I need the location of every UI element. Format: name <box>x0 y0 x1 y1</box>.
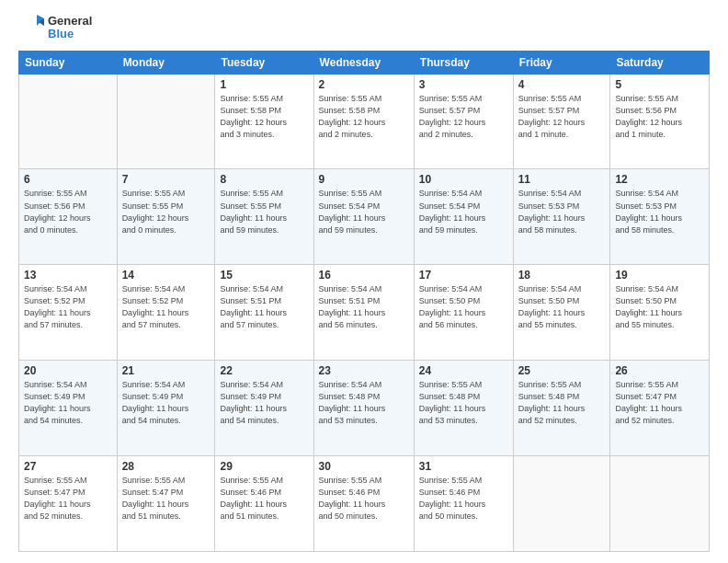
calendar-cell: 8Sunrise: 5:55 AM Sunset: 5:55 PM Daylig… <box>215 169 313 265</box>
day-info: Sunrise: 5:55 AM Sunset: 5:55 PM Dayligh… <box>220 188 308 236</box>
day-number: 11 <box>518 173 606 186</box>
day-info: Sunrise: 5:55 AM Sunset: 5:57 PM Dayligh… <box>419 93 508 141</box>
week-row-5: 27Sunrise: 5:55 AM Sunset: 5:47 PM Dayli… <box>19 456 710 552</box>
day-number: 21 <box>122 364 210 377</box>
calendar-cell: 4Sunrise: 5:55 AM Sunset: 5:57 PM Daylig… <box>513 74 610 169</box>
day-info: Sunrise: 5:55 AM Sunset: 5:46 PM Dayligh… <box>220 475 308 523</box>
day-info: Sunrise: 5:54 AM Sunset: 5:48 PM Dayligh… <box>319 379 409 427</box>
day-info: Sunrise: 5:54 AM Sunset: 5:50 PM Dayligh… <box>518 283 606 331</box>
logo-general: General <box>48 15 92 28</box>
day-number: 3 <box>419 78 508 91</box>
day-info: Sunrise: 5:54 AM Sunset: 5:50 PM Dayligh… <box>419 283 508 331</box>
col-header-sunday: Sunday <box>19 51 118 74</box>
day-info: Sunrise: 5:55 AM Sunset: 5:47 PM Dayligh… <box>615 379 704 427</box>
day-number: 10 <box>419 173 508 186</box>
day-number: 7 <box>122 173 210 186</box>
day-info: Sunrise: 5:55 AM Sunset: 5:48 PM Dayligh… <box>419 379 508 427</box>
day-info: Sunrise: 5:55 AM Sunset: 5:56 PM Dayligh… <box>24 188 112 236</box>
day-number: 30 <box>319 460 409 473</box>
header: General Blue <box>18 15 710 41</box>
day-number: 6 <box>24 173 112 186</box>
calendar-cell: 12Sunrise: 5:54 AM Sunset: 5:53 PM Dayli… <box>610 169 710 265</box>
week-row-1: 1Sunrise: 5:55 AM Sunset: 5:58 PM Daylig… <box>19 74 710 169</box>
day-info: Sunrise: 5:55 AM Sunset: 5:47 PM Dayligh… <box>24 475 112 523</box>
col-header-monday: Monday <box>117 51 215 74</box>
day-number: 29 <box>220 460 308 473</box>
logo-container: General Blue <box>18 15 92 41</box>
day-info: Sunrise: 5:55 AM Sunset: 5:58 PM Dayligh… <box>319 93 409 141</box>
logo-text: General Blue <box>48 15 92 41</box>
day-number: 17 <box>419 269 508 282</box>
day-number: 20 <box>24 364 112 377</box>
day-info: Sunrise: 5:54 AM Sunset: 5:52 PM Dayligh… <box>24 283 112 331</box>
day-number: 18 <box>518 269 606 282</box>
day-number: 5 <box>615 78 704 91</box>
day-number: 4 <box>518 78 606 91</box>
calendar-cell: 1Sunrise: 5:55 AM Sunset: 5:58 PM Daylig… <box>215 74 313 169</box>
calendar-cell: 18Sunrise: 5:54 AM Sunset: 5:50 PM Dayli… <box>513 265 610 361</box>
day-number: 1 <box>220 78 308 91</box>
calendar-table: SundayMondayTuesdayWednesdayThursdayFrid… <box>18 51 710 552</box>
col-header-friday: Friday <box>513 51 610 74</box>
calendar-cell: 24Sunrise: 5:55 AM Sunset: 5:48 PM Dayli… <box>414 361 513 456</box>
calendar-cell: 15Sunrise: 5:54 AM Sunset: 5:51 PM Dayli… <box>215 265 313 361</box>
day-info: Sunrise: 5:54 AM Sunset: 5:53 PM Dayligh… <box>615 188 704 236</box>
calendar-cell: 13Sunrise: 5:54 AM Sunset: 5:52 PM Dayli… <box>19 265 118 361</box>
calendar-cell: 11Sunrise: 5:54 AM Sunset: 5:53 PM Dayli… <box>513 169 610 265</box>
day-number: 19 <box>615 269 704 282</box>
logo-blue: Blue <box>48 28 92 40</box>
day-number: 31 <box>419 460 508 473</box>
col-header-tuesday: Tuesday <box>215 51 313 74</box>
day-info: Sunrise: 5:55 AM Sunset: 5:56 PM Dayligh… <box>615 93 704 141</box>
calendar-cell: 5Sunrise: 5:55 AM Sunset: 5:56 PM Daylig… <box>610 74 710 169</box>
day-number: 2 <box>319 78 409 91</box>
calendar-cell: 6Sunrise: 5:55 AM Sunset: 5:56 PM Daylig… <box>19 169 118 265</box>
calendar-cell: 27Sunrise: 5:55 AM Sunset: 5:47 PM Dayli… <box>19 456 118 552</box>
calendar-cell <box>117 74 215 169</box>
day-number: 16 <box>319 269 409 282</box>
day-number: 13 <box>24 269 112 282</box>
calendar-cell: 26Sunrise: 5:55 AM Sunset: 5:47 PM Dayli… <box>610 361 710 456</box>
logo-bird-icon <box>18 15 44 40</box>
day-number: 23 <box>319 364 409 377</box>
calendar-cell: 16Sunrise: 5:54 AM Sunset: 5:51 PM Dayli… <box>313 265 414 361</box>
day-number: 24 <box>419 364 508 377</box>
week-row-4: 20Sunrise: 5:54 AM Sunset: 5:49 PM Dayli… <box>19 361 710 456</box>
calendar-cell: 29Sunrise: 5:55 AM Sunset: 5:46 PM Dayli… <box>215 456 313 552</box>
calendar-page: General Blue SundayMondayTuesdayWednesda… <box>0 0 728 563</box>
day-number: 15 <box>220 269 308 282</box>
logo: General Blue <box>18 15 92 41</box>
calendar-cell: 23Sunrise: 5:54 AM Sunset: 5:48 PM Dayli… <box>313 361 414 456</box>
day-info: Sunrise: 5:54 AM Sunset: 5:51 PM Dayligh… <box>220 283 308 331</box>
day-info: Sunrise: 5:54 AM Sunset: 5:49 PM Dayligh… <box>122 379 210 427</box>
calendar-cell: 20Sunrise: 5:54 AM Sunset: 5:49 PM Dayli… <box>19 361 118 456</box>
day-number: 25 <box>518 364 606 377</box>
day-info: Sunrise: 5:54 AM Sunset: 5:52 PM Dayligh… <box>122 283 210 331</box>
day-info: Sunrise: 5:55 AM Sunset: 5:47 PM Dayligh… <box>122 475 210 523</box>
header-row: SundayMondayTuesdayWednesdayThursdayFrid… <box>19 51 710 74</box>
week-row-2: 6Sunrise: 5:55 AM Sunset: 5:56 PM Daylig… <box>19 169 710 265</box>
calendar-cell: 9Sunrise: 5:55 AM Sunset: 5:54 PM Daylig… <box>313 169 414 265</box>
calendar-cell <box>610 456 710 552</box>
day-number: 12 <box>615 173 704 186</box>
day-info: Sunrise: 5:55 AM Sunset: 5:55 PM Dayligh… <box>122 188 210 236</box>
day-number: 28 <box>122 460 210 473</box>
calendar-cell: 19Sunrise: 5:54 AM Sunset: 5:50 PM Dayli… <box>610 265 710 361</box>
day-info: Sunrise: 5:54 AM Sunset: 5:50 PM Dayligh… <box>615 283 704 331</box>
calendar-cell: 14Sunrise: 5:54 AM Sunset: 5:52 PM Dayli… <box>117 265 215 361</box>
calendar-cell: 17Sunrise: 5:54 AM Sunset: 5:50 PM Dayli… <box>414 265 513 361</box>
day-info: Sunrise: 5:54 AM Sunset: 5:54 PM Dayligh… <box>419 188 508 236</box>
calendar-cell: 25Sunrise: 5:55 AM Sunset: 5:48 PM Dayli… <box>513 361 610 456</box>
calendar-cell <box>513 456 610 552</box>
calendar-cell: 7Sunrise: 5:55 AM Sunset: 5:55 PM Daylig… <box>117 169 215 265</box>
day-number: 9 <box>319 173 409 186</box>
day-info: Sunrise: 5:55 AM Sunset: 5:46 PM Dayligh… <box>419 475 508 523</box>
calendar-cell: 28Sunrise: 5:55 AM Sunset: 5:47 PM Dayli… <box>117 456 215 552</box>
col-header-wednesday: Wednesday <box>313 51 414 74</box>
day-info: Sunrise: 5:55 AM Sunset: 5:46 PM Dayligh… <box>319 475 409 523</box>
calendar-cell: 31Sunrise: 5:55 AM Sunset: 5:46 PM Dayli… <box>414 456 513 552</box>
day-info: Sunrise: 5:55 AM Sunset: 5:54 PM Dayligh… <box>319 188 409 236</box>
calendar-cell <box>19 74 118 169</box>
day-number: 8 <box>220 173 308 186</box>
day-info: Sunrise: 5:54 AM Sunset: 5:49 PM Dayligh… <box>24 379 112 427</box>
